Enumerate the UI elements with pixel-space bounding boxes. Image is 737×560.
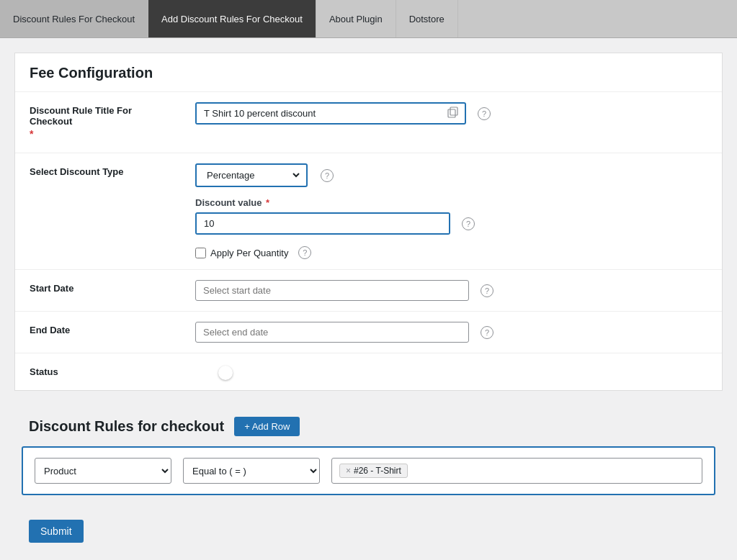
copy-icon: ​ xyxy=(442,107,465,120)
discount-value-label: Discount value * xyxy=(195,197,269,208)
discount-rule-row: Product Category Subtotal Quantity Equal… xyxy=(22,446,715,495)
start-date-row: Start Date ? xyxy=(15,270,722,312)
fee-configuration-card: Fee Configuration Discount Rule Title Fo… xyxy=(14,53,723,391)
end-date-row: End Date ? xyxy=(15,312,722,353)
discount-type-section: Percentage Fixed ? Discount value xyxy=(195,163,707,259)
required-star: * xyxy=(30,128,166,140)
tag-close-icon[interactable]: × xyxy=(346,466,351,476)
start-date-input[interactable] xyxy=(195,280,469,301)
tab-discount-rules[interactable]: Discount Rules For Checkout xyxy=(0,0,148,37)
discount-title-help-icon[interactable]: ? xyxy=(478,107,491,120)
discount-value-input[interactable] xyxy=(197,214,449,233)
submit-area: Submit xyxy=(14,510,723,557)
status-row: Status xyxy=(15,353,722,391)
main-content: Fee Configuration Discount Rule Title Fo… xyxy=(0,38,737,560)
fee-configuration-title: Fee Configuration xyxy=(15,53,722,92)
rule-value-area[interactable]: × #26 - T-Shirt xyxy=(331,458,702,484)
tag-label: #26 - T-Shirt xyxy=(354,466,401,476)
discount-type-help-icon[interactable]: ? xyxy=(321,169,334,182)
discount-rules-header: Discount Rules for checkout + Add Row xyxy=(14,405,723,446)
discount-title-input[interactable] xyxy=(197,104,442,123)
discount-value-help-icon[interactable]: ? xyxy=(462,217,475,230)
discount-rule-title-label: Discount Rule Title For Checkout * xyxy=(15,92,181,153)
apply-per-quantity-label: Apply Per Quantity xyxy=(210,248,288,258)
svg-rect-1 xyxy=(450,107,457,115)
discount-rules-title: Discount Rules for checkout xyxy=(29,418,224,435)
discount-type-select[interactable]: Percentage Fixed xyxy=(201,168,302,183)
end-date-input[interactable] xyxy=(195,322,469,343)
svg-rect-0 xyxy=(448,109,455,117)
discount-type-select-wrapper: Percentage Fixed xyxy=(195,163,308,187)
discount-rules-body: Product Category Subtotal Quantity Equal… xyxy=(14,446,723,510)
discount-value-wrapper xyxy=(195,212,450,235)
apply-per-quantity-checkbox[interactable] xyxy=(195,248,206,258)
rule-tag-item: × #26 - T-Shirt xyxy=(339,464,408,478)
discount-rule-title-row: Discount Rule Title For Checkout * ​ xyxy=(15,92,722,153)
tab-dotstore[interactable]: Dotstore xyxy=(396,0,458,37)
submit-button[interactable]: Submit xyxy=(29,520,84,543)
apply-per-quantity-row: Apply Per Quantity ? xyxy=(195,246,707,259)
tab-add-discount-rules[interactable]: Add Discount Rules For Checkout xyxy=(148,0,316,37)
discount-rules-section: Discount Rules for checkout + Add Row Pr… xyxy=(14,405,723,510)
top-navigation: Discount Rules For Checkout Add Discount… xyxy=(0,0,737,38)
rule-operator-select[interactable]: Equal to ( = ) Not Equal to Greater than… xyxy=(183,458,320,484)
discount-title-input-wrapper: ​ xyxy=(195,102,466,125)
tab-about-plugin[interactable]: About Plugin xyxy=(316,0,396,37)
fee-config-table: Discount Rule Title For Checkout * ​ xyxy=(15,92,722,390)
apply-per-qty-help-icon[interactable]: ? xyxy=(298,246,311,259)
discount-type-row: Select Discount Type Percentage Fixed xyxy=(15,153,722,270)
end-date-help-icon[interactable]: ? xyxy=(481,326,493,339)
rule-type-select[interactable]: Product Category Subtotal Quantity xyxy=(35,458,171,484)
start-date-help-icon[interactable]: ? xyxy=(481,284,493,297)
add-row-button[interactable]: + Add Row xyxy=(234,417,300,436)
